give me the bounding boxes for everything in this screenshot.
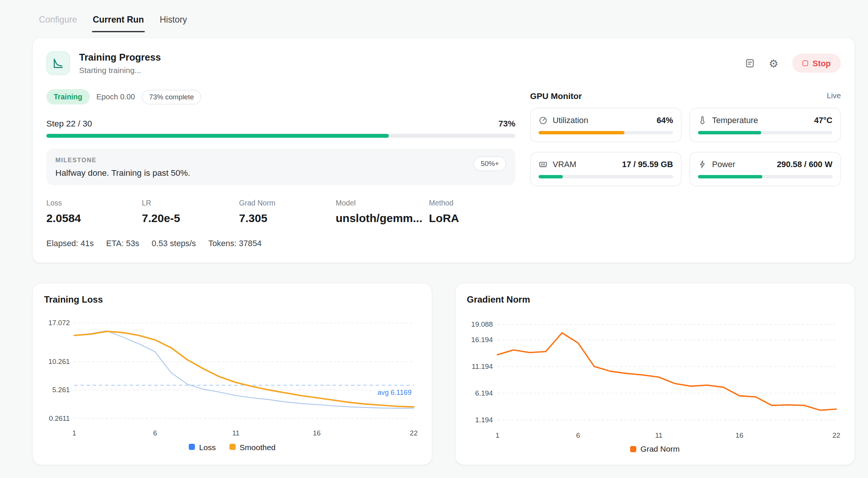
run-details-column: Training Epoch 0.00 73% complete Step 22…: [46, 89, 515, 248]
metric-label: Loss: [46, 199, 142, 207]
tab-current-run[interactable]: Current Run: [92, 15, 145, 32]
training-progress-card: Training Progress Starting training... ⚙…: [32, 37, 855, 263]
gradient-norm-card: Gradient Norm 19.08816.19411.1946.1941.1…: [455, 283, 855, 466]
svg-text:1.194: 1.194: [475, 416, 493, 424]
metric-lr: LR 7.20e-5: [142, 199, 239, 225]
elapsed-stat: Elapsed: 41s: [46, 239, 94, 248]
gpu-card-label: Temperature: [712, 116, 758, 125]
svg-text:22: 22: [832, 431, 840, 439]
legend-swatch-grad-norm: [630, 446, 637, 452]
eta-stat: ETA: 53s: [106, 239, 139, 248]
metric-value: LoRA: [429, 212, 516, 225]
metric-label: LR: [142, 199, 239, 207]
status-row: Training Epoch 0.00 73% complete: [46, 89, 515, 105]
legend-label: Grad Norm: [640, 445, 680, 454]
svg-text:avg 6.1169: avg 6.1169: [377, 388, 411, 396]
svg-text:10.261: 10.261: [49, 358, 70, 365]
gpu-card-value: 47°C: [814, 116, 833, 125]
gpu-monitor-title: GPU Monitor: [530, 91, 582, 101]
metric-grad-norm: Grad Norm 7.305: [239, 199, 336, 225]
progress-percent-label: 73%: [498, 119, 515, 128]
svg-text:6.194: 6.194: [475, 389, 493, 397]
svg-text:22: 22: [410, 429, 418, 437]
live-indicator: Live: [827, 91, 841, 100]
svg-text:16: 16: [313, 429, 321, 437]
app-viewport: Configure Current Run History Training P…: [0, 0, 868, 478]
card-header: Training Progress Starting training... ⚙…: [46, 52, 841, 75]
gpu-card-value: 290.58 / 600 W: [777, 160, 833, 169]
milestone-box: MILESTONE Halfway done. Training is past…: [46, 149, 515, 186]
tab-history[interactable]: History: [159, 15, 187, 32]
svg-text:11: 11: [232, 429, 240, 437]
utilization-bar: [539, 131, 673, 134]
milestone-label: MILESTONE: [55, 157, 190, 163]
legend-item-loss: Loss: [189, 442, 215, 451]
training-progress-bar: [46, 134, 515, 138]
svg-text:6: 6: [576, 431, 580, 439]
svg-text:16.194: 16.194: [471, 336, 493, 344]
metric-model: Model unsloth/gemm...: [336, 199, 429, 225]
gpu-card-power: Power 290.58 / 600 W: [689, 152, 841, 187]
svg-text:17.072: 17.072: [49, 319, 70, 327]
status-subtitle: Starting training...: [79, 65, 161, 75]
gpu-card-temperature: Temperature 47°C: [689, 108, 841, 143]
training-loss-chart: 17.07210.2615.2610.261116111622avg 6.116…: [44, 311, 420, 439]
gear-icon: ⚙: [769, 58, 778, 69]
power-icon: [698, 160, 707, 169]
stop-label: Stop: [813, 59, 831, 68]
svg-text:11.194: 11.194: [472, 362, 493, 370]
training-status-badge: Training: [46, 89, 90, 105]
thermometer-icon: [698, 116, 707, 125]
metric-loss: Loss 2.0584: [46, 199, 142, 225]
milestone-text: Halfway done. Training is past 50%.: [55, 168, 190, 178]
percent-complete-badge: 73% complete: [142, 90, 201, 104]
svg-text:5.261: 5.261: [52, 386, 70, 394]
legend-label: Smoothed: [240, 442, 276, 451]
vram-icon: [539, 160, 548, 169]
metric-value: 2.0584: [46, 212, 142, 225]
temperature-bar: [698, 131, 833, 134]
steps-per-second-stat: 0.53 steps/s: [152, 239, 196, 248]
logs-icon: [745, 58, 755, 69]
vram-bar: [539, 175, 673, 178]
metric-label: Model: [336, 199, 429, 207]
chart-title: Gradient Norm: [467, 295, 843, 305]
gpu-card-label: VRAM: [553, 160, 576, 169]
svg-text:19.088: 19.088: [471, 320, 493, 328]
loss-curve-icon: [46, 52, 70, 75]
gradient-norm-chart: 19.08816.19411.1946.1941.19416111622: [467, 311, 843, 441]
chart-legend: Grad Norm: [467, 445, 843, 454]
legend-label: Loss: [199, 442, 215, 451]
page-title: Training Progress: [79, 52, 161, 63]
settings-button[interactable]: ⚙: [764, 54, 783, 73]
stop-button[interactable]: Stop: [792, 54, 841, 73]
training-loss-card: Training Loss 17.07210.2615.2610.2611161…: [32, 283, 432, 466]
tab-bar: Configure Current Run History: [0, 0, 868, 32]
legend-item-grad-norm: Grad Norm: [630, 445, 680, 454]
svg-text:11: 11: [655, 431, 663, 439]
metric-label: Method: [429, 199, 516, 207]
metric-method: Method LoRA: [429, 199, 516, 225]
tokens-stat: Tokens: 37854: [208, 239, 261, 248]
chart-title: Training Loss: [44, 295, 420, 305]
tab-configure[interactable]: Configure: [38, 15, 78, 32]
gpu-card-label: Utilization: [553, 116, 588, 125]
gpu-card-label: Power: [712, 160, 735, 169]
gpu-monitor-header: GPU Monitor Live: [530, 89, 841, 100]
step-row: Step 22 / 30 73%: [46, 119, 515, 128]
gpu-card-value: 17 / 95.59 GB: [622, 160, 673, 169]
chart-legend: Loss Smoothed: [44, 442, 420, 451]
metrics-row: Loss 2.0584 LR 7.20e-5 Grad Norm 7.305 M…: [46, 199, 515, 225]
milestone-content: MILESTONE Halfway done. Training is past…: [55, 157, 190, 178]
svg-text:16: 16: [735, 431, 743, 439]
legend-item-smoothed: Smoothed: [229, 442, 276, 451]
logs-button[interactable]: [740, 54, 760, 73]
legend-swatch-smoothed: [229, 444, 236, 450]
stop-icon: [802, 61, 808, 66]
gpu-grid: Utilization 64% Temperature: [530, 108, 841, 187]
gpu-card-vram: VRAM 17 / 95.59 GB: [530, 152, 682, 187]
card-header-actions: ⚙ Stop: [740, 54, 841, 73]
power-bar: [698, 175, 833, 178]
step-label: Step 22 / 30: [46, 119, 92, 128]
card-titles: Training Progress Starting training...: [79, 52, 161, 75]
